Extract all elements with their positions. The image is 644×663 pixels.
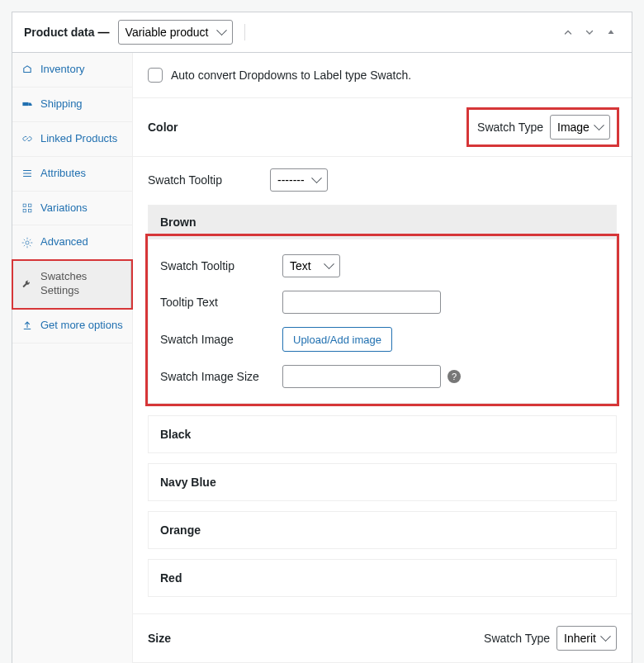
sidebar-item-label: Shipping	[40, 97, 83, 111]
sidebar-item-label: Linked Products	[40, 132, 117, 146]
svg-rect-1	[23, 204, 26, 207]
term-orange[interactable]: Orange	[148, 511, 617, 549]
swatch-type-label: Swatch Type	[477, 121, 543, 134]
tooltip-text-input[interactable]	[282, 291, 441, 314]
sidebar-item-swatches-settings[interactable]: Swatches Settings	[12, 260, 132, 309]
term-swatch-tooltip-select[interactable]: Text	[282, 254, 340, 277]
term-navy-blue[interactable]: Navy Blue	[148, 463, 617, 501]
inventory-icon	[21, 63, 34, 76]
panel-header: Product data — Variable product	[12, 12, 632, 53]
sidebar-item-variations[interactable]: Variations	[12, 192, 132, 226]
attribute-size-header: Size Swatch Type Inherit	[133, 614, 632, 663]
attr-swatch-tooltip-select[interactable]: -------	[270, 168, 328, 192]
variations-icon	[21, 201, 34, 215]
attributes-icon	[21, 167, 34, 180]
advanced-icon	[21, 236, 34, 249]
move-down-icon[interactable]	[580, 23, 599, 41]
sidebar-item-label: Inventory	[40, 63, 84, 77]
swatch-image-size-label: Swatch Image Size	[160, 370, 282, 383]
product-data-panel: Product data — Variable product Inventor…	[12, 12, 632, 663]
swatch-image-label: Swatch Image	[160, 333, 282, 346]
upload-image-button[interactable]: Upload/Add image	[282, 327, 392, 352]
wrench-icon	[21, 277, 34, 291]
auto-convert-checkbox[interactable]	[148, 68, 163, 83]
attr-swatch-tooltip-label: Swatch Tooltip	[148, 173, 270, 187]
product-type-select[interactable]: Variable product	[118, 20, 233, 45]
sidebar-item-label: Variations	[40, 201, 88, 215]
header-actions	[559, 23, 620, 41]
svg-rect-4	[28, 209, 31, 212]
sidebar-item-attributes[interactable]: Attributes	[12, 157, 132, 192]
attribute-name: Color	[148, 121, 178, 134]
sidebar-item-linked-products[interactable]: Linked Products	[12, 122, 132, 157]
attribute-color-body: Swatch Tooltip ------- Brown Swatch Tool…	[133, 157, 632, 614]
link-icon	[21, 132, 34, 145]
attribute-color-header: Color Swatch Type Image	[133, 98, 632, 157]
sidebar-item-advanced[interactable]: Advanced	[12, 225, 132, 260]
sidebar-item-inventory[interactable]: Inventory	[12, 53, 132, 88]
term-black[interactable]: Black	[148, 415, 617, 453]
help-icon[interactable]: ?	[447, 370, 461, 383]
sidebar-item-label: Attributes	[40, 167, 86, 181]
swatch-type-select-color[interactable]: Image	[550, 115, 610, 140]
sidebar-item-label: Get more options	[40, 319, 123, 333]
share-icon	[21, 320, 34, 333]
tooltip-text-label: Tooltip Text	[160, 296, 282, 309]
panel-title: Product data	[24, 26, 95, 39]
move-up-icon[interactable]	[559, 23, 577, 41]
term-brown-header[interactable]: Brown	[148, 205, 617, 239]
swatch-type-select-size[interactable]: Inherit	[556, 626, 617, 651]
collapse-toggle-icon[interactable]	[602, 23, 620, 41]
term-brown-body: Swatch Tooltip Text Tooltip Text Swatch …	[148, 239, 617, 404]
swatch-type-label: Swatch Type	[484, 632, 550, 645]
attribute-name: Size	[148, 632, 171, 645]
shipping-icon	[21, 97, 34, 111]
svg-rect-3	[23, 209, 26, 212]
product-data-tabs: Inventory Shipping Linked Products Attri…	[12, 53, 133, 663]
sidebar-item-shipping[interactable]: Shipping	[12, 88, 132, 122]
svg-rect-0	[22, 102, 28, 106]
sidebar-item-get-more-options[interactable]: Get more options	[12, 309, 132, 343]
term-swatch-tooltip-label: Swatch Tooltip	[160, 259, 282, 272]
swatch-image-size-input[interactable]	[282, 365, 441, 388]
svg-rect-2	[28, 204, 31, 207]
sidebar-item-label: Swatches Settings	[40, 270, 124, 298]
auto-convert-label: Auto convert Dropdowns to Label type Swa…	[171, 69, 411, 82]
svg-point-5	[26, 241, 29, 244]
dash: —	[98, 26, 110, 39]
swatch-type-highlight: Swatch Type Image	[469, 110, 617, 144]
term-red[interactable]: Red	[148, 559, 617, 597]
divider	[244, 24, 245, 40]
sidebar-item-label: Advanced	[40, 235, 88, 249]
swatches-settings-content: Auto convert Dropdowns to Label type Swa…	[133, 53, 632, 663]
auto-convert-row: Auto convert Dropdowns to Label type Swa…	[133, 53, 632, 98]
term-name: Brown	[160, 215, 197, 229]
term-brown-highlight: Swatch Tooltip Text Tooltip Text Swatch …	[148, 236, 617, 404]
